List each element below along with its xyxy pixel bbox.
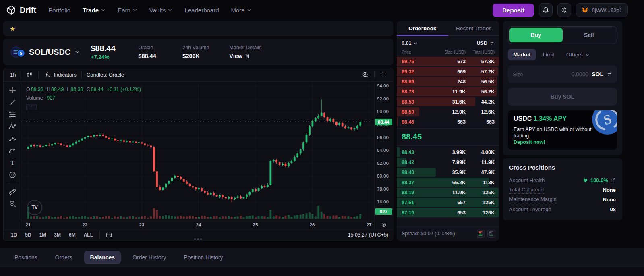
nav-item-leaderboard[interactable]: Leaderboard — [184, 7, 219, 14]
favorite-star-icon[interactable]: ★ — [10, 25, 15, 33]
maintenance-margin-label[interactable]: Maintenance Margin — [509, 195, 557, 204]
size-input[interactable]: Size 0.0000 SOL — [508, 65, 617, 83]
market-selector[interactable]: $ SOL/USDC — [10, 46, 80, 58]
bid-row[interactable]: 88.4035.9K47.9K — [397, 167, 499, 177]
ask-row[interactable]: 88.46663663 — [397, 117, 499, 127]
asset-swap-icon[interactable] — [607, 71, 612, 77]
nav-item-vaults[interactable]: Vaults — [149, 7, 173, 14]
order-type-market[interactable]: Market — [508, 49, 536, 60]
ask-row[interactable]: 89.3266957.2K — [397, 66, 499, 77]
settings-button[interactable] — [557, 3, 571, 17]
candle-style-button[interactable] — [22, 70, 37, 80]
apy-deposit-link[interactable]: Deposit now! — [514, 139, 611, 145]
chart-plot-area[interactable]: O88.33H88.49L88.33C88.44+0.11 (+0.12%) V… — [21, 82, 374, 221]
scale-settings-icon[interactable] — [381, 222, 387, 228]
ask-row[interactable]: 88.7311.9K56.2K — [397, 87, 499, 97]
external-link-icon[interactable] — [610, 177, 616, 183]
tools-divider — [7, 183, 18, 183]
chart-bottom-bar: 1D5D1M3M6MALL 15:03:27 (UTC+5) ●●● — [4, 229, 393, 241]
maintenance-margin-value: None — [603, 197, 616, 203]
bid-row[interactable]: 88.433.99K4.00K — [397, 147, 499, 157]
market-details-block: Market Details View — [229, 45, 277, 59]
account-health-label: Account Health — [509, 177, 545, 183]
chevron-down-icon — [413, 41, 418, 46]
orderbook-layout-alt-button[interactable] — [487, 230, 495, 238]
trade-panel: Buy Sell MarketLimitOthers Size 0.0000 S… — [503, 21, 622, 155]
indicators-button[interactable]: Indicators — [39, 70, 80, 80]
timeframe-3m[interactable]: 3M — [52, 231, 63, 239]
tool-trend-line[interactable] — [6, 96, 19, 108]
timeframe-all[interactable]: ALL — [81, 231, 95, 239]
wallet-button[interactable]: 8jWW...93c1 — [576, 3, 628, 17]
legend-collapse-button[interactable]: ⌃ — [26, 104, 37, 110]
timeframe-1d[interactable]: 1D — [8, 231, 19, 239]
total-collateral-label[interactable]: Total Collateral — [509, 186, 544, 194]
tradingview-logo[interactable]: TV — [27, 200, 42, 215]
chevron-down-icon — [585, 52, 590, 57]
candles-source-button[interactable]: Candles: Oracle — [83, 70, 128, 80]
quick-search-button[interactable] — [358, 70, 373, 80]
buy-tab[interactable]: Buy — [509, 28, 563, 42]
tick-size-dropdown[interactable]: 0.01 — [402, 40, 418, 46]
bid-row[interactable]: 88.427.99K11.9K — [397, 157, 499, 167]
orderbook-layout-both-button[interactable] — [477, 230, 485, 238]
mid-price[interactable]: 88.45 — [397, 128, 499, 146]
ask-row[interactable]: 88.5012.0K12.6K — [397, 107, 499, 117]
nav-item-portfolio[interactable]: Portfolio — [48, 7, 70, 14]
bottom-tab-balances[interactable]: Balances — [84, 251, 121, 264]
submit-order-button[interactable]: Buy SOL — [508, 88, 617, 106]
tool-zoom-in-icon — [8, 200, 17, 208]
price-axis[interactable]: 94.0092.0090.0088.0086.0084.0082.0080.00… — [374, 82, 393, 229]
time-axis[interactable]: 21222324252627 — [21, 221, 374, 229]
tool-zoom-in[interactable] — [6, 198, 19, 210]
timeframe-1m[interactable]: 1M — [37, 231, 49, 239]
spread-row: Spread: $0.02 (0.028%) — [397, 226, 499, 241]
nav-item-more[interactable]: More — [231, 7, 252, 14]
col-price: Price — [402, 50, 427, 54]
tool-emoji[interactable] — [6, 169, 19, 181]
pane-resize-handle[interactable]: ●●● — [194, 237, 203, 241]
tool-crosshair[interactable] — [6, 84, 19, 96]
tool-projection[interactable] — [6, 133, 19, 144]
nav-item-trade[interactable]: Trade — [83, 7, 106, 14]
bid-row[interactable]: 87.19653126K — [397, 208, 499, 218]
market-details-view-link[interactable]: View — [229, 53, 277, 59]
drift-logo[interactable]: Drift — [6, 5, 36, 15]
unit-toggle[interactable]: USD — [477, 40, 495, 46]
order-type-limit[interactable]: Limit — [538, 49, 560, 60]
tool-measure[interactable] — [6, 186, 19, 197]
sell-tab[interactable]: Sell — [563, 28, 616, 42]
usdc-apy-card[interactable]: S USDC 1.34% APY Earn APY on USDC with o… — [508, 110, 617, 150]
go-to-date-button[interactable] — [104, 230, 114, 240]
bid-row[interactable]: 88.3765.2K113K — [397, 177, 499, 187]
tool-fib-retracement[interactable] — [6, 108, 19, 120]
interval-button[interactable]: 1h — [6, 70, 20, 80]
orderbook-tab-recent-trades[interactable]: Recent Trades — [448, 21, 500, 35]
notifications-button[interactable] — [539, 3, 553, 17]
ask-row[interactable]: 88.5331.6K44.2K — [397, 97, 499, 107]
ask-row[interactable]: 88.8924856.5K — [397, 77, 499, 87]
timeframe-5d[interactable]: 5D — [23, 231, 33, 239]
bottom-tab-positions[interactable]: Positions — [8, 251, 44, 264]
bid-row[interactable]: 87.61657125K — [397, 197, 499, 208]
time-axis-label: 22 — [83, 222, 88, 227]
fullscreen-button[interactable] — [375, 70, 391, 80]
bottom-tab-position-history[interactable]: Position History — [177, 251, 229, 264]
price-axis-label: 76.00 — [377, 199, 389, 204]
orderbook-tab-orderbook[interactable]: Orderbook — [397, 21, 448, 35]
deposit-button[interactable]: Deposit — [493, 4, 534, 17]
tool-brush[interactable] — [6, 145, 19, 156]
nav-item-earn[interactable]: Earn — [118, 7, 137, 14]
time-axis-label: 23 — [139, 222, 145, 227]
timeframe-6m[interactable]: 6M — [66, 231, 78, 239]
bottom-tab-order-history[interactable]: Order History — [126, 251, 172, 264]
health-heart-icon — [582, 177, 588, 183]
order-type-others[interactable]: Others — [561, 49, 595, 60]
tool-text[interactable]: T — [6, 157, 19, 168]
bottom-tab-orders[interactable]: Orders — [49, 251, 79, 264]
spread-label: Spread: $0.02 (0.028%) — [402, 231, 455, 237]
tool-xabcd-pattern[interactable] — [6, 120, 19, 132]
chart-clock[interactable]: 15:03:27 (UTC+5) — [348, 232, 388, 238]
bid-row[interactable]: 88.1911.9K125K — [397, 187, 499, 197]
ask-row[interactable]: 89.7567357.8K — [397, 56, 499, 66]
